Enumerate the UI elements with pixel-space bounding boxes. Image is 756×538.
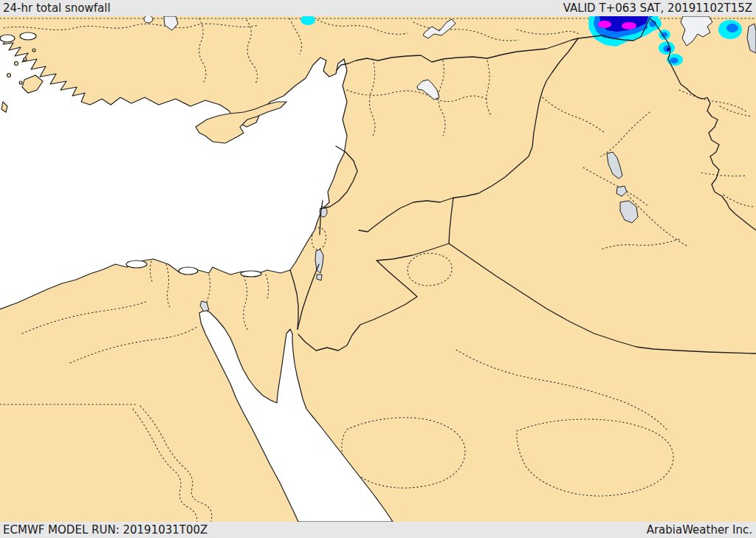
snowfall-map-screen: 24-hr total snowfall VALID T+063 SAT, 20…: [0, 0, 756, 538]
model-run-label: ECMWF MODEL RUN: 20191031T00Z: [3, 523, 207, 537]
delta-lagoon: [179, 267, 198, 275]
marmara-sea: [0, 35, 15, 42]
land-base: [0, 16, 756, 522]
aegean-island: [7, 74, 11, 77]
page-title: 24-hr total snowfall: [3, 1, 111, 15]
snow-moderate-shade: [726, 24, 738, 32]
provider-credit: ArabiaWeather Inc.: [647, 523, 752, 537]
snow-cell-east: [718, 20, 742, 39]
map-canvas: [0, 16, 756, 522]
valid-time-label: VALID T+063 SAT, 20191102T15Z: [563, 1, 752, 15]
marmara-sea: [20, 32, 36, 40]
title-bar: 24-hr total snowfall VALID T+063 SAT, 20…: [0, 0, 756, 16]
bardawil-lagoon: [241, 271, 261, 277]
turkey-lake: [144, 16, 153, 23]
delta-lagoon: [126, 261, 147, 268]
credit-bar: ECMWF MODEL RUN: 20191031T00Z ArabiaWeat…: [0, 522, 756, 538]
aegean-island: [32, 49, 35, 52]
weather-map: [0, 16, 756, 522]
aegean-island: [15, 62, 18, 66]
snow-extreme-shade: [598, 21, 611, 28]
aegean-island: [19, 81, 22, 84]
dead-sea-south: [317, 275, 322, 280]
aegean-island: [24, 58, 27, 61]
snow-extreme-shade: [622, 22, 636, 30]
snow-moderate-shade: [670, 58, 678, 63]
